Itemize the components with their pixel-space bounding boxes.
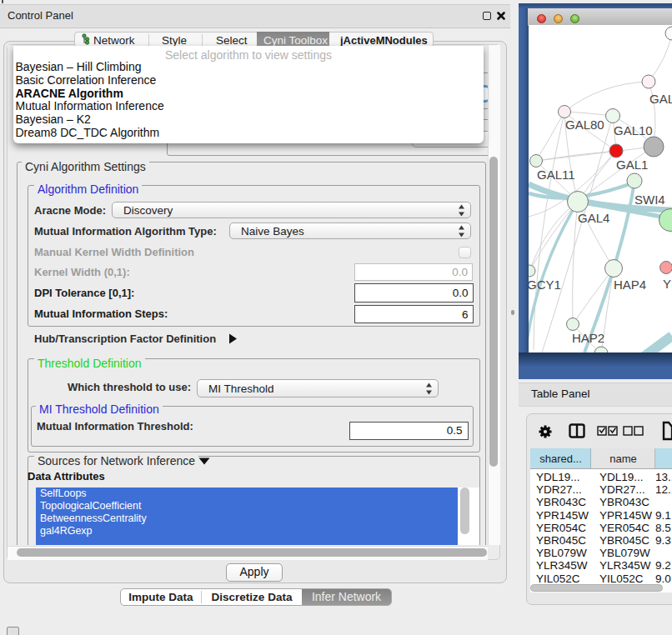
svg-text:GAL1: GAL1	[616, 158, 648, 172]
svg-text:GAL80: GAL80	[565, 118, 604, 132]
svg-text:HAP2: HAP2	[572, 331, 604, 345]
svg-text:GAL7: GAL7	[649, 92, 672, 106]
svg-text:SWI4: SWI4	[634, 192, 665, 207]
svg-text:GAL11: GAL11	[537, 168, 575, 182]
svg-text:GCY1: GCY1	[529, 278, 561, 292]
svg-text:GAL4: GAL4	[578, 211, 609, 225]
svg-text:GAL10: GAL10	[614, 123, 653, 138]
svg-text:HAP4: HAP4	[614, 278, 646, 292]
svg-text:YE: YE	[663, 277, 672, 291]
